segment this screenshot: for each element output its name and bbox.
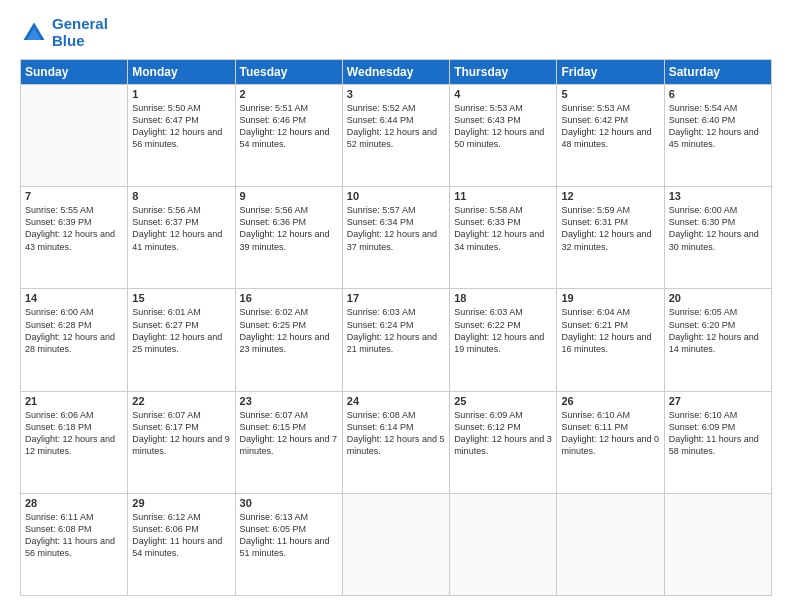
cell-info: Sunrise: 5:57 AM Sunset: 6:34 PM Dayligh… — [347, 204, 445, 253]
calendar-cell — [342, 493, 449, 595]
cell-info: Sunrise: 6:07 AM Sunset: 6:17 PM Dayligh… — [132, 409, 230, 458]
calendar-week-row: 1Sunrise: 5:50 AM Sunset: 6:47 PM Daylig… — [21, 85, 772, 187]
day-number: 21 — [25, 395, 123, 407]
cell-info: Sunrise: 6:12 AM Sunset: 6:06 PM Dayligh… — [132, 511, 230, 560]
calendar-header-wednesday: Wednesday — [342, 60, 449, 85]
calendar-cell: 12Sunrise: 5:59 AM Sunset: 6:31 PM Dayli… — [557, 187, 664, 289]
day-number: 8 — [132, 190, 230, 202]
calendar-cell: 15Sunrise: 6:01 AM Sunset: 6:27 PM Dayli… — [128, 289, 235, 391]
calendar-cell: 2Sunrise: 5:51 AM Sunset: 6:46 PM Daylig… — [235, 85, 342, 187]
calendar-cell: 19Sunrise: 6:04 AM Sunset: 6:21 PM Dayli… — [557, 289, 664, 391]
cell-info: Sunrise: 6:04 AM Sunset: 6:21 PM Dayligh… — [561, 306, 659, 355]
calendar-header-saturday: Saturday — [664, 60, 771, 85]
calendar-cell — [664, 493, 771, 595]
day-number: 5 — [561, 88, 659, 100]
day-number: 19 — [561, 292, 659, 304]
calendar-cell: 5Sunrise: 5:53 AM Sunset: 6:42 PM Daylig… — [557, 85, 664, 187]
cell-info: Sunrise: 5:59 AM Sunset: 6:31 PM Dayligh… — [561, 204, 659, 253]
calendar-cell: 18Sunrise: 6:03 AM Sunset: 6:22 PM Dayli… — [450, 289, 557, 391]
calendar-week-row: 14Sunrise: 6:00 AM Sunset: 6:28 PM Dayli… — [21, 289, 772, 391]
calendar-cell: 28Sunrise: 6:11 AM Sunset: 6:08 PM Dayli… — [21, 493, 128, 595]
cell-info: Sunrise: 5:56 AM Sunset: 6:36 PM Dayligh… — [240, 204, 338, 253]
cell-info: Sunrise: 6:03 AM Sunset: 6:22 PM Dayligh… — [454, 306, 552, 355]
calendar-cell: 24Sunrise: 6:08 AM Sunset: 6:14 PM Dayli… — [342, 391, 449, 493]
cell-info: Sunrise: 6:02 AM Sunset: 6:25 PM Dayligh… — [240, 306, 338, 355]
calendar-cell: 9Sunrise: 5:56 AM Sunset: 6:36 PM Daylig… — [235, 187, 342, 289]
day-number: 16 — [240, 292, 338, 304]
cell-info: Sunrise: 5:50 AM Sunset: 6:47 PM Dayligh… — [132, 102, 230, 151]
day-number: 13 — [669, 190, 767, 202]
calendar-header-sunday: Sunday — [21, 60, 128, 85]
cell-info: Sunrise: 5:53 AM Sunset: 6:43 PM Dayligh… — [454, 102, 552, 151]
calendar-header-thursday: Thursday — [450, 60, 557, 85]
day-number: 23 — [240, 395, 338, 407]
calendar-cell: 16Sunrise: 6:02 AM Sunset: 6:25 PM Dayli… — [235, 289, 342, 391]
calendar-header-row: SundayMondayTuesdayWednesdayThursdayFrid… — [21, 60, 772, 85]
day-number: 12 — [561, 190, 659, 202]
calendar-cell: 13Sunrise: 6:00 AM Sunset: 6:30 PM Dayli… — [664, 187, 771, 289]
day-number: 10 — [347, 190, 445, 202]
logo-text: General Blue — [52, 16, 108, 49]
day-number: 27 — [669, 395, 767, 407]
calendar-cell: 21Sunrise: 6:06 AM Sunset: 6:18 PM Dayli… — [21, 391, 128, 493]
day-number: 30 — [240, 497, 338, 509]
cell-info: Sunrise: 5:56 AM Sunset: 6:37 PM Dayligh… — [132, 204, 230, 253]
day-number: 4 — [454, 88, 552, 100]
cell-info: Sunrise: 6:06 AM Sunset: 6:18 PM Dayligh… — [25, 409, 123, 458]
day-number: 24 — [347, 395, 445, 407]
calendar-cell — [450, 493, 557, 595]
day-number: 11 — [454, 190, 552, 202]
day-number: 28 — [25, 497, 123, 509]
cell-info: Sunrise: 5:55 AM Sunset: 6:39 PM Dayligh… — [25, 204, 123, 253]
calendar-cell: 27Sunrise: 6:10 AM Sunset: 6:09 PM Dayli… — [664, 391, 771, 493]
cell-info: Sunrise: 6:13 AM Sunset: 6:05 PM Dayligh… — [240, 511, 338, 560]
cell-info: Sunrise: 6:00 AM Sunset: 6:28 PM Dayligh… — [25, 306, 123, 355]
cell-info: Sunrise: 6:03 AM Sunset: 6:24 PM Dayligh… — [347, 306, 445, 355]
cell-info: Sunrise: 6:01 AM Sunset: 6:27 PM Dayligh… — [132, 306, 230, 355]
cell-info: Sunrise: 6:00 AM Sunset: 6:30 PM Dayligh… — [669, 204, 767, 253]
calendar-header-monday: Monday — [128, 60, 235, 85]
cell-info: Sunrise: 6:09 AM Sunset: 6:12 PM Dayligh… — [454, 409, 552, 458]
day-number: 1 — [132, 88, 230, 100]
calendar-cell: 11Sunrise: 5:58 AM Sunset: 6:33 PM Dayli… — [450, 187, 557, 289]
calendar-table: SundayMondayTuesdayWednesdayThursdayFrid… — [20, 59, 772, 596]
day-number: 6 — [669, 88, 767, 100]
calendar-cell: 25Sunrise: 6:09 AM Sunset: 6:12 PM Dayli… — [450, 391, 557, 493]
page: General Blue SundayMondayTuesdayWednesda… — [0, 0, 792, 612]
day-number: 20 — [669, 292, 767, 304]
calendar-cell: 8Sunrise: 5:56 AM Sunset: 6:37 PM Daylig… — [128, 187, 235, 289]
calendar-cell: 7Sunrise: 5:55 AM Sunset: 6:39 PM Daylig… — [21, 187, 128, 289]
cell-info: Sunrise: 6:07 AM Sunset: 6:15 PM Dayligh… — [240, 409, 338, 458]
calendar-cell: 22Sunrise: 6:07 AM Sunset: 6:17 PM Dayli… — [128, 391, 235, 493]
cell-info: Sunrise: 6:11 AM Sunset: 6:08 PM Dayligh… — [25, 511, 123, 560]
calendar-week-row: 21Sunrise: 6:06 AM Sunset: 6:18 PM Dayli… — [21, 391, 772, 493]
day-number: 15 — [132, 292, 230, 304]
calendar-header-friday: Friday — [557, 60, 664, 85]
calendar-cell: 1Sunrise: 5:50 AM Sunset: 6:47 PM Daylig… — [128, 85, 235, 187]
day-number: 3 — [347, 88, 445, 100]
calendar-cell: 23Sunrise: 6:07 AM Sunset: 6:15 PM Dayli… — [235, 391, 342, 493]
calendar-cell: 29Sunrise: 6:12 AM Sunset: 6:06 PM Dayli… — [128, 493, 235, 595]
day-number: 2 — [240, 88, 338, 100]
day-number: 22 — [132, 395, 230, 407]
cell-info: Sunrise: 5:58 AM Sunset: 6:33 PM Dayligh… — [454, 204, 552, 253]
day-number: 26 — [561, 395, 659, 407]
cell-info: Sunrise: 5:51 AM Sunset: 6:46 PM Dayligh… — [240, 102, 338, 151]
logo: General Blue — [20, 16, 108, 49]
cell-info: Sunrise: 6:10 AM Sunset: 6:11 PM Dayligh… — [561, 409, 659, 458]
day-number: 25 — [454, 395, 552, 407]
logo-icon — [20, 19, 48, 47]
day-number: 17 — [347, 292, 445, 304]
cell-info: Sunrise: 5:53 AM Sunset: 6:42 PM Dayligh… — [561, 102, 659, 151]
cell-info: Sunrise: 6:05 AM Sunset: 6:20 PM Dayligh… — [669, 306, 767, 355]
calendar-cell — [557, 493, 664, 595]
calendar-cell: 17Sunrise: 6:03 AM Sunset: 6:24 PM Dayli… — [342, 289, 449, 391]
calendar-cell — [21, 85, 128, 187]
calendar-cell: 6Sunrise: 5:54 AM Sunset: 6:40 PM Daylig… — [664, 85, 771, 187]
calendar-cell: 10Sunrise: 5:57 AM Sunset: 6:34 PM Dayli… — [342, 187, 449, 289]
day-number: 14 — [25, 292, 123, 304]
cell-info: Sunrise: 5:52 AM Sunset: 6:44 PM Dayligh… — [347, 102, 445, 151]
calendar-cell: 3Sunrise: 5:52 AM Sunset: 6:44 PM Daylig… — [342, 85, 449, 187]
calendar-week-row: 7Sunrise: 5:55 AM Sunset: 6:39 PM Daylig… — [21, 187, 772, 289]
calendar-cell: 20Sunrise: 6:05 AM Sunset: 6:20 PM Dayli… — [664, 289, 771, 391]
